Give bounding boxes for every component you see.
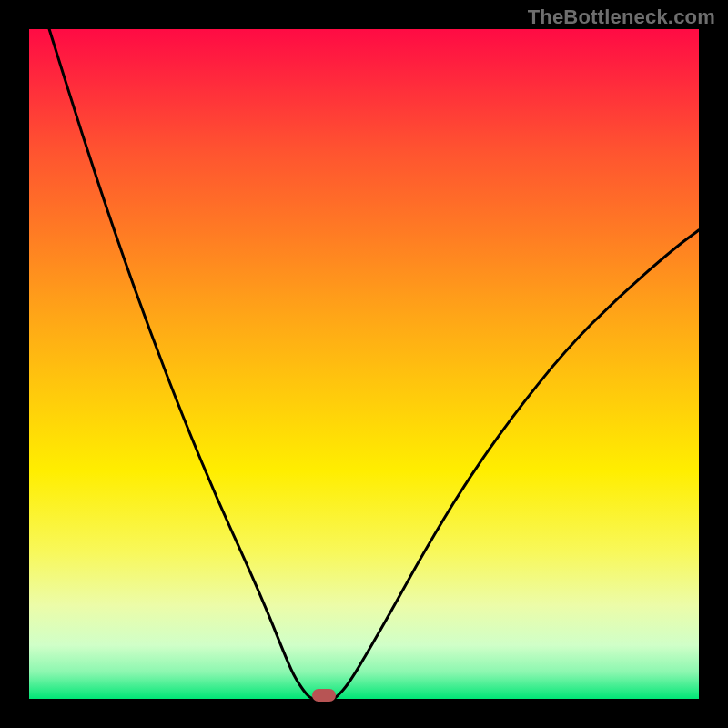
optimal-point-marker	[312, 689, 336, 702]
bottleneck-curve	[29, 29, 699, 699]
plot-area	[29, 29, 699, 699]
chart-frame: TheBottleneck.com	[0, 0, 728, 728]
watermark-text: TheBottleneck.com	[528, 5, 715, 29]
